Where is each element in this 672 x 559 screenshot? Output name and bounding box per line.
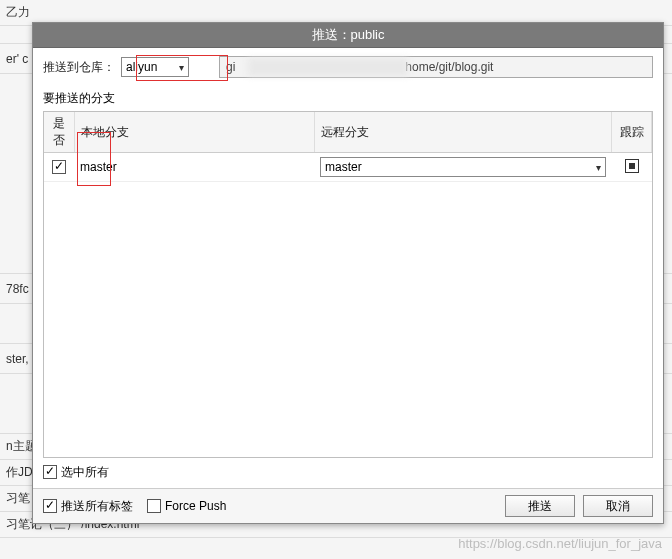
select-all-label: 选中所有 — [61, 464, 109, 481]
track-icon[interactable] — [625, 159, 639, 173]
header-check[interactable]: 是否 — [44, 112, 74, 153]
dialog-title: 推送：public — [33, 23, 663, 48]
push-button[interactable]: 推送 — [505, 495, 575, 517]
push-tags-label: 推送所有标签 — [61, 498, 133, 515]
header-track[interactable]: 跟踪 — [612, 112, 652, 153]
select-all-checkbox[interactable] — [43, 465, 57, 479]
push-tags-checkbox[interactable] — [43, 499, 57, 513]
header-remote[interactable]: 远程分支 — [314, 112, 612, 153]
force-push-checkbox[interactable] — [147, 499, 161, 513]
remote-branch-select[interactable]: master — [320, 157, 606, 177]
cancel-button[interactable]: 取消 — [583, 495, 653, 517]
table-row[interactable]: master master — [44, 153, 652, 182]
row-checkbox[interactable] — [52, 160, 66, 174]
repo-select[interactable]: aliyun — [121, 57, 189, 77]
branches-group-label: 要推送的分支 — [43, 90, 653, 107]
repo-label: 推送到仓库： — [43, 59, 115, 76]
repo-url-field[interactable]: gi home/git/blog.git — [219, 56, 653, 78]
url-blur — [248, 58, 408, 76]
header-local[interactable]: 本地分支 — [74, 112, 314, 153]
watermark: https://blog.csdn.net/liujun_for_java — [458, 536, 662, 551]
force-push-label: Force Push — [165, 499, 226, 513]
push-dialog: 推送：public 推送到仓库： aliyun gi home/git/blog… — [32, 22, 664, 524]
branches-table: 是否 本地分支 远程分支 跟踪 master master — [43, 111, 653, 458]
local-branch: master — [74, 153, 314, 182]
